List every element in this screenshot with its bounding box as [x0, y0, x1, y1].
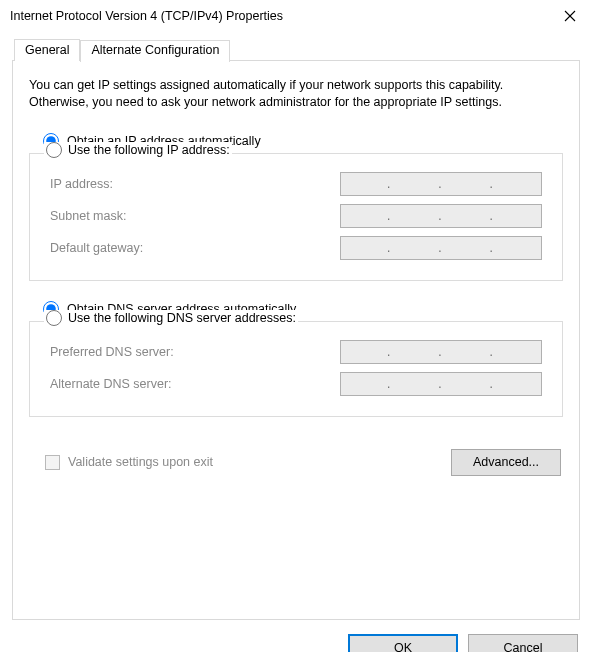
alternate-dns-label: Alternate DNS server: — [50, 377, 172, 391]
tab-general[interactable]: General — [14, 39, 80, 61]
checkbox-box-icon — [45, 455, 60, 470]
titlebar: Internet Protocol Version 4 (TCP/IPv4) P… — [0, 0, 592, 32]
radio-use-following-dns-label: Use the following DNS server addresses: — [68, 311, 296, 325]
dialog-content: General Alternate Configuration You can … — [0, 32, 592, 652]
subnet-mask-input[interactable]: ... — [340, 204, 542, 228]
subnet-mask-label: Subnet mask: — [50, 209, 126, 223]
radio-use-following-ip-label: Use the following IP address: — [68, 143, 230, 157]
advanced-button[interactable]: Advanced... — [451, 449, 561, 476]
close-button[interactable] — [548, 1, 592, 31]
validate-settings-label: Validate settings upon exit — [68, 455, 213, 469]
ip-address-input[interactable]: ... — [340, 172, 542, 196]
default-gateway-input[interactable]: ... — [340, 236, 542, 260]
preferred-dns-input[interactable]: ... — [340, 340, 542, 364]
tab-panel-general: You can get IP settings assigned automat… — [12, 60, 580, 620]
preferred-dns-label: Preferred DNS server: — [50, 345, 174, 359]
close-icon — [564, 10, 576, 22]
default-gateway-label: Default gateway: — [50, 241, 143, 255]
radio-use-following-dns-input[interactable] — [46, 310, 62, 326]
dns-address-group: Use the following DNS server addresses: … — [29, 321, 563, 417]
description-text: You can get IP settings assigned automat… — [29, 77, 563, 111]
ok-button[interactable]: OK — [348, 634, 458, 652]
tab-alternate-configuration[interactable]: Alternate Configuration — [80, 40, 230, 62]
validate-settings-checkbox[interactable]: Validate settings upon exit — [45, 455, 213, 470]
ip-address-label: IP address: — [50, 177, 113, 191]
cancel-button[interactable]: Cancel — [468, 634, 578, 652]
radio-use-following-ip[interactable]: Use the following IP address: — [44, 142, 232, 158]
radio-use-following-ip-input[interactable] — [46, 142, 62, 158]
tabstrip: General Alternate Configuration — [14, 38, 580, 60]
window-title: Internet Protocol Version 4 (TCP/IPv4) P… — [10, 9, 283, 23]
radio-use-following-dns[interactable]: Use the following DNS server addresses: — [44, 310, 298, 326]
dialog-footer: OK Cancel — [12, 634, 580, 652]
alternate-dns-input[interactable]: ... — [340, 372, 542, 396]
ip-address-group: Use the following IP address: IP address… — [29, 153, 563, 281]
